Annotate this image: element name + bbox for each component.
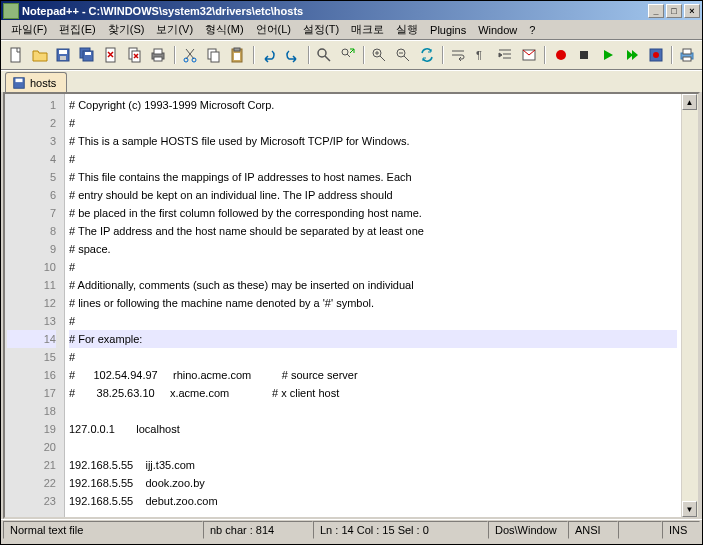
svg-rect-11 [154,49,162,54]
replace-icon[interactable] [337,44,359,67]
svg-rect-2 [59,50,67,54]
toolbar: ¶ [1,40,702,70]
svg-text:¶: ¶ [476,49,482,61]
svg-rect-32 [683,57,691,61]
status-spacer [618,521,662,539]
status-mode: INS [662,521,700,539]
paste-icon[interactable] [226,44,248,67]
allchars-icon[interactable]: ¶ [471,44,493,67]
svg-rect-19 [234,53,240,60]
zoomin-icon[interactable] [368,44,390,67]
svg-rect-12 [154,57,162,61]
menu-help[interactable]: ? [523,22,541,38]
menu-run[interactable]: 실행 [390,20,424,39]
undo-icon[interactable] [258,44,280,67]
closeall-icon[interactable] [124,44,146,67]
menu-file[interactable]: 파일(F) [5,20,53,39]
svg-point-26 [556,50,566,60]
printer-icon[interactable] [676,44,698,67]
scroll-down-icon[interactable]: ▼ [682,501,697,517]
wrap-icon[interactable] [447,44,469,67]
svg-rect-3 [60,56,66,60]
menu-settings[interactable]: 설정(T) [297,20,345,39]
svg-rect-34 [16,79,23,83]
find-icon[interactable] [313,44,335,67]
svg-rect-16 [211,52,219,62]
maximize-button[interactable]: □ [666,4,682,18]
status-filetype: Normal text file [3,521,203,539]
status-position: Ln : 14 Col : 15 Sel : 0 [313,521,488,539]
saveall-icon[interactable] [76,44,98,67]
svg-point-29 [653,52,659,58]
app-icon [3,3,19,19]
play-icon[interactable] [597,44,619,67]
zoomout-icon[interactable] [392,44,414,67]
status-encoding: ANSI [568,521,618,539]
menu-view[interactable]: 보기(V) [150,20,199,39]
menu-window[interactable]: Window [472,22,523,38]
editor: 1234567891011121314151617181920212223 # … [3,92,700,519]
play-multi-icon[interactable] [621,44,643,67]
window-title: Notepad++ - C:\WINDOWS\system32\drivers\… [22,5,646,17]
svg-point-20 [318,49,326,57]
indent-icon[interactable] [495,44,517,67]
status-eol: Dos\Window [488,521,568,539]
redo-icon[interactable] [282,44,304,67]
record-save-icon[interactable] [645,44,667,67]
status-chars: nb char : 814 [203,521,313,539]
record-stop-icon[interactable] [574,44,596,67]
tab-bar: hosts [1,70,702,92]
menu-format[interactable]: 형식(M) [199,20,250,39]
tab-hosts[interactable]: hosts [5,72,67,93]
minimize-button[interactable]: _ [648,4,664,18]
code-area[interactable]: # Copyright (c) 1993-1999 Microsoft Corp… [65,94,681,517]
menu-edit[interactable]: 편집(E) [53,20,102,39]
title-bar: Notepad++ - C:\WINDOWS\system32\drivers\… [1,1,702,20]
svg-rect-6 [85,52,91,55]
svg-rect-31 [683,49,691,54]
menu-language[interactable]: 언어(L) [250,20,297,39]
new-icon[interactable] [5,44,27,67]
copy-icon[interactable] [203,44,225,67]
open-icon[interactable] [29,44,51,67]
scroll-up-icon[interactable]: ▲ [682,94,697,110]
record-start-icon[interactable] [550,44,572,67]
status-bar: Normal text file nb char : 814 Ln : 14 C… [1,519,702,540]
save-icon[interactable] [53,44,75,67]
sync-icon[interactable] [416,44,438,67]
print-icon[interactable] [148,44,170,67]
cut-icon[interactable] [179,44,201,67]
lang-icon[interactable] [518,44,540,67]
svg-rect-18 [234,48,240,51]
line-number-gutter: 1234567891011121314151617181920212223 [5,94,65,517]
close-icon[interactable] [100,44,122,67]
file-icon [12,76,26,90]
vertical-scrollbar[interactable]: ▲ ▼ [681,94,698,517]
svg-rect-27 [580,51,588,59]
close-button[interactable]: × [684,4,700,18]
svg-rect-0 [11,48,20,62]
menu-plugins[interactable]: Plugins [424,22,472,38]
tab-label: hosts [30,77,56,89]
menu-search[interactable]: 찾기(S) [102,20,151,39]
menu-macro[interactable]: 매크로 [345,20,390,39]
menu-bar: 파일(F) 편집(E) 찾기(S) 보기(V) 형식(M) 언어(L) 설정(T… [1,20,702,40]
